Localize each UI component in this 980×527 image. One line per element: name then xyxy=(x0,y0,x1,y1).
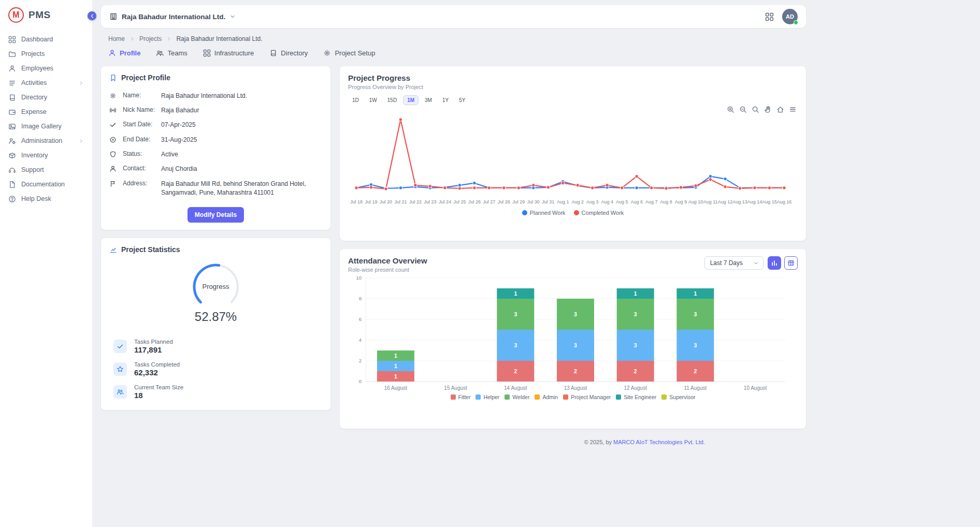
range-1d-button[interactable]: 1D xyxy=(348,95,363,105)
field-value: 07-Apr-2025 xyxy=(161,121,196,129)
image-gallery-icon xyxy=(8,123,16,130)
avatar[interactable]: AD xyxy=(782,9,798,24)
range-15d-button[interactable]: 15D xyxy=(383,95,401,105)
sidebar-item-dashboard[interactable]: Dashboard xyxy=(0,32,92,47)
company-selector[interactable]: Raja Bahadur International Ltd. xyxy=(109,12,236,21)
tab-teams[interactable]: Teams xyxy=(156,49,187,57)
tab-infrastructure[interactable]: Infrastructure xyxy=(203,49,254,57)
legend-swatch xyxy=(661,394,667,400)
svg-text:3: 3 xyxy=(694,311,697,317)
tab-profile[interactable]: Profile xyxy=(108,49,140,57)
svg-text:1: 1 xyxy=(514,290,517,297)
profile-field-start-date: Start Date: 07-Apr-2025 xyxy=(109,118,322,133)
legend-swatch xyxy=(574,210,579,215)
svg-text:6: 6 xyxy=(359,316,362,322)
legend-item-helper[interactable]: Helper xyxy=(475,394,499,400)
logo-icon: M xyxy=(8,7,24,23)
sidebar-item-directory[interactable]: Directory xyxy=(0,90,92,105)
table-view-button[interactable] xyxy=(784,256,798,270)
topbar-actions: AD xyxy=(765,9,798,24)
sidebar-item-support[interactable]: Support xyxy=(0,163,92,177)
sidebar-item-expense[interactable]: Expense xyxy=(0,105,92,119)
tab-directory[interactable]: Directory xyxy=(269,49,308,57)
sidebar-item-projects[interactable]: Projects xyxy=(0,47,92,61)
help-desk-icon xyxy=(8,195,16,203)
stat-tasks-planned: Tasks Planned 117,891 xyxy=(113,339,322,354)
sidebar-collapse-button[interactable] xyxy=(88,11,96,20)
legend-item-completed-work[interactable]: Completed Work xyxy=(574,210,624,216)
legend-item-fitter[interactable]: Fitter xyxy=(451,394,471,400)
chevron-down-icon xyxy=(229,13,236,20)
sidebar-item-administration[interactable]: Administration xyxy=(0,134,92,148)
gear-icon xyxy=(109,92,117,99)
legend-item-site-engineer[interactable]: Site Engineer xyxy=(616,394,656,400)
attendance-range-value: Last 7 Days xyxy=(710,259,743,267)
sidebar-item-label: Inventory xyxy=(21,152,84,159)
svg-text:13 August: 13 August xyxy=(564,385,587,391)
legend-item-welder[interactable]: Welder xyxy=(505,394,529,400)
documentation-icon xyxy=(8,181,16,188)
app-logo[interactable]: M PMS xyxy=(0,0,92,32)
avatar-initials: AD xyxy=(786,13,794,20)
legend-item-project-manager[interactable]: Project Manager xyxy=(563,394,611,400)
footer-link[interactable]: MARCO AIoT Technologies Pvt. Ltd. xyxy=(613,439,705,445)
range-1m-button[interactable]: 1M xyxy=(403,95,419,105)
user-icon xyxy=(109,165,117,172)
field-value: Anuj Chordia xyxy=(161,165,197,173)
shield-icon xyxy=(109,151,117,158)
svg-text:Aug 5: Aug 5 xyxy=(616,199,628,204)
sidebar-item-inventory[interactable]: Inventory xyxy=(0,148,92,163)
legend-item-supervisor[interactable]: Supervisor xyxy=(661,394,695,400)
legend-swatch xyxy=(522,210,527,215)
apps-grid-icon[interactable] xyxy=(765,12,774,21)
zoom-in-icon[interactable] xyxy=(727,106,734,115)
sidebar-item-documentation[interactable]: Documentation xyxy=(0,177,92,192)
range-5y-button[interactable]: 5Y xyxy=(455,95,469,105)
svg-text:1: 1 xyxy=(394,353,397,359)
breadcrumb-item-home[interactable]: Home xyxy=(108,35,125,42)
stat-label: Tasks Completed xyxy=(134,361,180,368)
svg-text:1: 1 xyxy=(394,363,397,369)
sidebar-item-employees[interactable]: Employees xyxy=(0,61,92,76)
sidebar-item-label: Support xyxy=(21,166,84,173)
administration-icon xyxy=(8,137,16,145)
menu-icon[interactable] xyxy=(789,106,797,115)
home-icon[interactable] xyxy=(776,106,784,115)
svg-text:Aug 13: Aug 13 xyxy=(732,199,747,204)
svg-text:2: 2 xyxy=(514,368,517,374)
range-1y-button[interactable]: 1Y xyxy=(438,95,453,105)
breadcrumb-item-projects[interactable]: Projects xyxy=(139,35,162,42)
modify-details-button[interactable]: Modify Details xyxy=(188,207,244,223)
flag-icon xyxy=(109,180,117,187)
tab-project-setup[interactable]: Project Setup xyxy=(323,49,375,57)
project-progress-chart[interactable]: Jul 18Jul 19Jul 20Jul 21Jul 22Jul 23Jul … xyxy=(348,107,791,209)
field-label: Contact: xyxy=(123,165,155,172)
chart-toolbar xyxy=(727,106,797,115)
svg-text:16 August: 16 August xyxy=(384,385,408,391)
pan-icon[interactable] xyxy=(764,106,772,115)
attendance-range-select[interactable]: Last 7 Days xyxy=(704,256,763,270)
attendance-chart[interactable]: 024681011116 August15 August233114 Augus… xyxy=(348,274,791,394)
profile-field-status: Status: Active xyxy=(109,148,322,162)
bar-chart-view-button[interactable] xyxy=(768,256,781,270)
legend-item-planned-work[interactable]: Planned Work xyxy=(522,210,566,216)
legend-swatch xyxy=(535,394,540,400)
chart-title-project-progress: Project Progress xyxy=(348,74,798,82)
range-3m-button[interactable]: 3M xyxy=(421,95,436,105)
sidebar-item-image-gallery[interactable]: Image Gallery xyxy=(0,119,92,134)
project-statistics-card: Project Statistics Progress 52.87% Tasks… xyxy=(101,238,330,410)
range-1w-button[interactable]: 1W xyxy=(365,95,381,105)
sidebar-item-help-desk[interactable]: Help Desk xyxy=(0,192,92,206)
view-toggles xyxy=(768,256,798,270)
svg-text:Aug 10: Aug 10 xyxy=(688,199,703,204)
project-progress-card: Project Progress Progress Overview by Pr… xyxy=(340,66,806,241)
legend-item-admin[interactable]: Admin xyxy=(535,394,558,400)
selection-zoom-icon[interactable] xyxy=(752,106,759,115)
sidebar-item-activities[interactable]: Activities xyxy=(0,76,92,90)
stat-label: Tasks Planned xyxy=(134,339,173,345)
svg-text:1: 1 xyxy=(634,290,637,297)
svg-text:Aug 12: Aug 12 xyxy=(718,199,733,204)
zoom-out-icon[interactable] xyxy=(739,106,747,115)
field-value: Active xyxy=(161,150,178,159)
legend-swatch xyxy=(475,394,481,400)
